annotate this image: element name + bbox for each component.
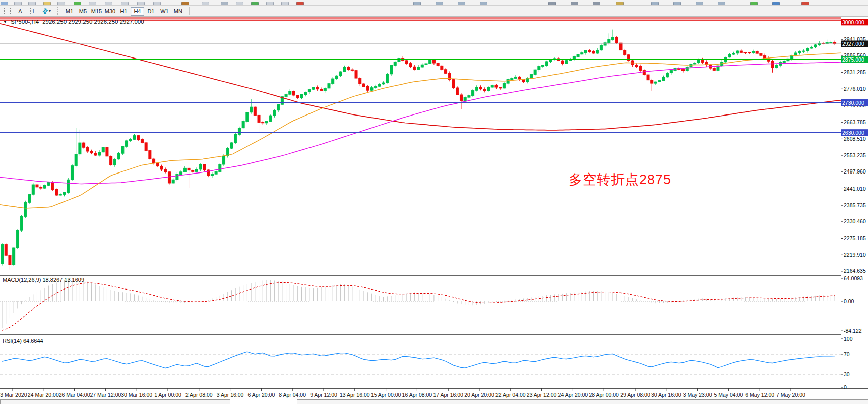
candle: [771, 61, 774, 68]
candle: [98, 152, 101, 155]
toolbar-icon[interactable]: [43, 2, 51, 6]
candle: [16, 230, 19, 248]
toolbar-icon[interactable]: [14, 2, 22, 6]
candle: [351, 70, 353, 71]
toolbar-icon[interactable]: [251, 2, 259, 6]
selection-box-tool[interactable]: [1, 7, 13, 16]
candle: [9, 255, 11, 265]
date-label: 17 Apr 16:00: [433, 392, 463, 398]
toolbar-icon[interactable]: [1, 2, 8, 6]
text-box-tool[interactable]: T: [27, 7, 39, 16]
candle: [713, 68, 715, 70]
toolbar-icon[interactable]: [89, 2, 96, 6]
date-label: 26 Mar 04:00: [59, 392, 90, 398]
candle: [199, 164, 202, 169]
candle: [405, 61, 408, 64]
timeframe-mn[interactable]: MN: [171, 7, 185, 16]
candle: [63, 192, 66, 194]
toolbar-icon[interactable]: [281, 2, 289, 6]
toolbar-icon[interactable]: [593, 2, 600, 6]
price-axis-label: 2776.010: [844, 86, 866, 92]
rsi-axis-label: 70: [844, 351, 850, 357]
toolbar-icon[interactable]: [296, 2, 304, 6]
toolbar-icon[interactable]: [121, 2, 129, 6]
candle: [269, 116, 272, 121]
rsi-axis-label: 30: [844, 371, 850, 377]
toolbar-icon[interactable]: [673, 2, 681, 6]
toolbar-icon[interactable]: [413, 2, 421, 6]
toolbar-icon[interactable]: [616, 2, 624, 6]
candle: [347, 67, 350, 70]
toolbar-icon[interactable]: [181, 2, 189, 6]
candle: [316, 87, 319, 89]
price-badge-label: 2875.000: [842, 56, 864, 63]
candle: [794, 53, 797, 55]
candle: [273, 110, 276, 116]
timeframe-h4[interactable]: H4: [131, 7, 144, 16]
toolbar-icon[interactable]: [28, 2, 36, 6]
candle: [483, 89, 486, 91]
macd-label: MACD(12,26,9) 18.8267 13.1609: [3, 277, 84, 283]
chart-surface[interactable]: 2941.8352886.5602831.2852776.0102719.060…: [0, 0, 868, 404]
toolbar-icon[interactable]: [105, 2, 112, 6]
candle: [600, 45, 602, 50]
candle: [312, 87, 315, 89]
candle: [32, 185, 34, 194]
toolbar-icon[interactable]: [548, 2, 556, 6]
toolbar-icon[interactable]: [153, 2, 161, 6]
candle: [296, 95, 299, 98]
toolbar-icon[interactable]: [137, 2, 145, 6]
ma-mid-magenta: [0, 62, 841, 184]
candle: [830, 42, 832, 43]
toolbar-grip: [57, 7, 60, 15]
candle: [608, 39, 610, 42]
price-axis-label: 2663.785: [844, 119, 866, 125]
candle: [472, 90, 474, 95]
status-bar: [0, 399, 868, 404]
toolbar-icon[interactable]: [801, 2, 809, 6]
timeframe-d1[interactable]: D1: [144, 7, 158, 16]
date-label: 5 May 04:00: [714, 392, 743, 398]
candle: [71, 166, 73, 180]
toolbar-icon[interactable]: [718, 2, 725, 6]
candle: [658, 81, 661, 82]
toolbar-icon[interactable]: [571, 2, 578, 6]
candle: [612, 38, 614, 40]
toolbar-icon[interactable]: [651, 2, 659, 6]
candle: [499, 87, 502, 88]
toolbar-icon[interactable]: [236, 2, 243, 6]
candle: [196, 169, 198, 172]
candle: [752, 51, 754, 53]
candle: [701, 60, 704, 63]
timeframe-w1[interactable]: W1: [158, 7, 171, 16]
toolbar-icon[interactable]: [750, 2, 758, 6]
timeframe-h1[interactable]: H1: [117, 7, 131, 16]
toolbar-icon[interactable]: [458, 2, 465, 6]
arrow-objects-tool[interactable]: ⇄ ▾: [40, 7, 53, 16]
toolbar-icon[interactable]: [772, 2, 780, 6]
candle: [479, 87, 482, 89]
toolbar-icon[interactable]: [266, 2, 274, 6]
candle: [75, 154, 77, 166]
toolbar-icon[interactable]: [436, 2, 443, 6]
text-label-tool[interactable]: A: [14, 7, 26, 16]
date-label: 30 Apr 16:00: [651, 392, 681, 398]
timeframe-m1[interactable]: M1: [63, 7, 76, 16]
toolbar-icon[interactable]: [696, 2, 703, 6]
timeframe-m5[interactable]: M5: [76, 7, 90, 16]
collapse-triangle-icon[interactable]: ▼: [3, 19, 7, 25]
candle: [398, 59, 400, 62]
toolbar-icon[interactable]: [221, 2, 228, 6]
toolbar-icon[interactable]: [57, 2, 65, 6]
candle: [254, 107, 256, 115]
mt4-window: 2941.8352886.5602831.2852776.0102719.060…: [0, 0, 868, 404]
candle: [328, 84, 330, 88]
toolbar-icon[interactable]: [74, 2, 81, 6]
timeframe-m30[interactable]: M30: [103, 7, 117, 16]
candle: [639, 67, 642, 71]
candle: [106, 148, 108, 156]
candle: [487, 87, 490, 91]
timeframe-m15[interactable]: M15: [90, 7, 103, 16]
toolbar-icon[interactable]: [480, 2, 487, 6]
toolbar-icon[interactable]: [202, 2, 209, 6]
